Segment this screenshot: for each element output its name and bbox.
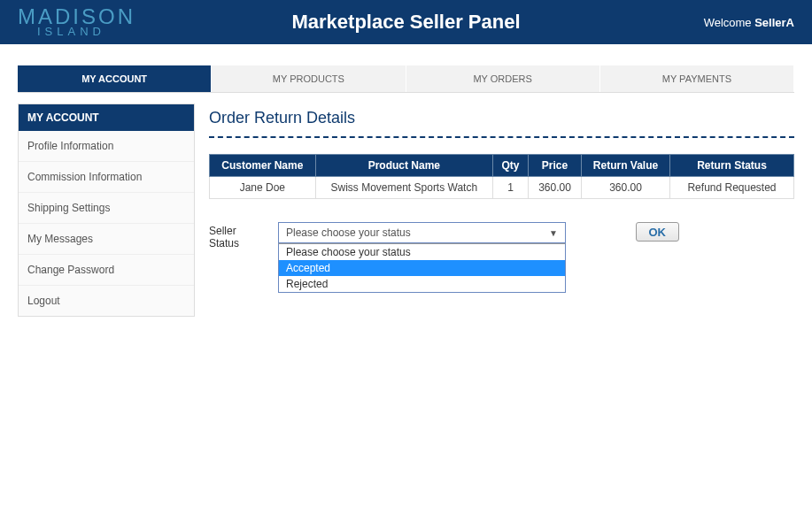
ok-button[interactable]: OK <box>636 222 680 242</box>
td-product: Swiss Movement Sports Watch <box>315 177 492 199</box>
status-select[interactable]: Please choose your status ▼ <box>278 222 566 243</box>
td-qty: 1 <box>493 177 529 199</box>
content: MY ACCOUNT Profile Information Commissio… <box>0 104 812 317</box>
divider <box>209 136 794 138</box>
sidebar-item-commission[interactable]: Commission Information <box>19 162 194 193</box>
dropdown-option-rejected[interactable]: Rejected <box>279 276 565 292</box>
main-nav: MY ACCOUNT MY PRODUCTS MY ORDERS MY PAYM… <box>18 65 794 93</box>
th-qty: Qty <box>493 155 529 177</box>
tab-my-account[interactable]: MY ACCOUNT <box>18 65 212 92</box>
sidebar-header: MY ACCOUNT <box>19 104 194 131</box>
th-price: Price <box>529 155 582 177</box>
welcome-text: Welcome SellerA <box>704 16 794 29</box>
th-customer: Customer Name <box>210 155 316 177</box>
th-product: Product Name <box>315 155 492 177</box>
main: Order Return Details Customer Name Produ… <box>209 104 794 317</box>
logo: MADISON ISLAND <box>0 7 135 36</box>
dropdown-option-placeholder[interactable]: Please choose your status <box>279 244 565 260</box>
sidebar-item-password[interactable]: Change Password <box>19 255 194 286</box>
sidebar: MY ACCOUNT Profile Information Commissio… <box>18 104 195 317</box>
status-select-display: Please choose your status ▼ <box>279 223 565 242</box>
welcome-user: SellerA <box>754 16 794 29</box>
td-price: 360.00 <box>529 177 582 199</box>
page-header-title: Marketplace Seller Panel <box>291 11 520 34</box>
th-return-value: Return Value <box>582 155 670 177</box>
return-table: Customer Name Product Name Qty Price Ret… <box>209 154 794 199</box>
td-customer: Jane Doe <box>210 177 316 199</box>
sidebar-item-profile[interactable]: Profile Information <box>19 131 194 162</box>
chevron-down-icon: ▼ <box>549 228 558 238</box>
table-row: Jane Doe Swiss Movement Sports Watch 1 3… <box>210 177 794 199</box>
welcome-prefix: Welcome <box>704 16 755 29</box>
header: MADISON ISLAND Marketplace Seller Panel … <box>0 0 812 44</box>
status-selected-text: Please choose your status <box>286 226 411 239</box>
status-dropdown: Please choose your status Accepted Rejec… <box>278 243 566 293</box>
page-title: Order Return Details <box>209 104 794 136</box>
th-return-status: Return Status <box>670 155 794 177</box>
sidebar-item-messages[interactable]: My Messages <box>19 224 194 255</box>
sidebar-item-logout[interactable]: Logout <box>19 286 194 316</box>
sidebar-item-shipping[interactable]: Shipping Settings <box>19 193 194 224</box>
td-return-value: 360.00 <box>582 177 670 199</box>
status-label: Seller Status <box>209 222 269 249</box>
tab-my-products[interactable]: MY PRODUCTS <box>212 65 406 92</box>
status-select-wrap: Please choose your status ▼ Please choos… <box>278 222 566 293</box>
tab-my-orders[interactable]: MY ORDERS <box>406 65 600 92</box>
table-header-row: Customer Name Product Name Qty Price Ret… <box>210 155 794 177</box>
tab-my-payments[interactable]: MY PAYMENTS <box>600 65 794 92</box>
dropdown-option-accepted[interactable]: Accepted <box>279 260 565 276</box>
td-return-status: Refund Requested <box>670 177 794 199</box>
status-row: Seller Status Please choose your status … <box>209 222 794 293</box>
